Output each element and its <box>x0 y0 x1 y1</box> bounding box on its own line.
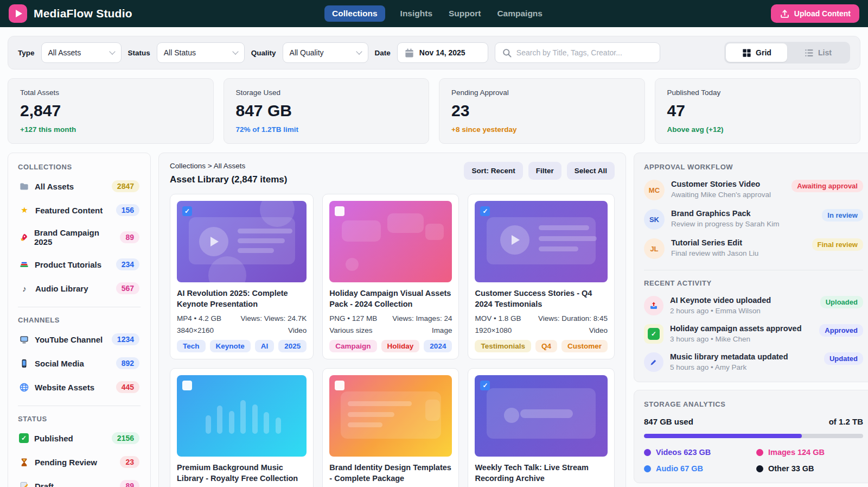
asset-type: Image <box>432 326 452 334</box>
stat-published-today: Published Today 47 Above avg (+12) <box>655 78 861 144</box>
tag[interactable]: Tech <box>177 340 206 352</box>
asset-checkbox[interactable] <box>480 206 490 216</box>
grid-view-button[interactable]: Grid <box>726 43 787 62</box>
sidebar-item-all-assets[interactable]: All Assets 2847 <box>18 174 141 198</box>
sidebar-item-product-tutorials[interactable]: Product Tutorials 234 <box>18 252 141 276</box>
top-navbar: MediaFlow Studio Collections Insights Su… <box>0 0 868 27</box>
activity-item[interactable]: AI Keynote video uploaded 2 hours ago • … <box>644 296 863 315</box>
tag[interactable]: 2024 <box>424 340 452 352</box>
asset-checkbox[interactable] <box>182 381 192 390</box>
tag[interactable]: Keynote <box>210 340 251 352</box>
count-badge: 2156 <box>112 432 139 444</box>
legend-images: Images 124 GB <box>756 448 863 457</box>
tag[interactable]: Holiday <box>381 340 420 352</box>
asset-type: Video <box>589 326 608 334</box>
nav-tab-collections[interactable]: Collections <box>324 5 385 22</box>
play-icon <box>500 225 529 255</box>
divider <box>18 307 141 307</box>
images-dot-icon <box>756 449 763 456</box>
activity-item[interactable]: Music library metadata updated 5 hours a… <box>644 352 863 372</box>
status-badge: Awaiting approval <box>792 180 863 192</box>
list-view-button[interactable]: List <box>787 43 848 62</box>
search-input[interactable] <box>516 48 653 57</box>
channels-section-title: CHANNELS <box>18 316 141 324</box>
page-title: Asset Library (2,847 items) <box>170 174 287 185</box>
books-icon <box>19 260 29 270</box>
asset-grid: AI Revolution 2025: Complete Keynote Pre… <box>170 194 615 487</box>
status-badge: Approved <box>819 324 863 337</box>
asset-resolution: Various sizes <box>329 326 372 334</box>
tag[interactable]: Campaign <box>329 340 376 352</box>
type-filter-label: Type <box>18 49 35 57</box>
audio-thumbnail <box>177 375 307 457</box>
count-badge: 234 <box>116 258 139 270</box>
stat-value: 847 GB <box>236 102 417 120</box>
sidebar-item-social-media[interactable]: Social Media 892 <box>18 351 141 375</box>
tag[interactable]: 2025 <box>278 340 307 352</box>
asset-title: Brand Identity Design Templates - Comple… <box>329 463 452 484</box>
count-badge: 567 <box>116 282 139 294</box>
activity-item[interactable]: ✓ Holiday campaign assets approved 3 hou… <box>644 324 863 344</box>
type-filter-select[interactable]: All Assets <box>41 42 122 63</box>
asset-title: Holiday Campaign Visual Assets Pack - 20… <box>329 288 452 309</box>
nav-tab-insights[interactable]: Insights <box>399 5 433 22</box>
filter-button[interactable]: Filter <box>528 162 561 180</box>
asset-checkbox[interactable] <box>480 381 490 390</box>
tag[interactable]: Testimonials <box>475 340 531 352</box>
asset-card[interactable]: Weekly Tech Talk: Live Stream Recording … <box>468 368 615 487</box>
status-badge: In review <box>822 209 863 222</box>
asset-resolution: 3840×2160 <box>177 326 214 334</box>
tag[interactable]: Customer <box>561 340 608 352</box>
status-filter-select[interactable]: All Status <box>157 42 245 63</box>
asset-card[interactable]: Premium Background Music Library - Royal… <box>170 368 314 487</box>
sidebar-item-website-assets[interactable]: Website Assets 445 <box>18 375 141 399</box>
tag[interactable]: AI <box>255 340 275 352</box>
list-icon <box>804 48 814 58</box>
approval-workflow-card: APPROVAL WORKFLOW MC Customer Stories Vi… <box>634 153 868 382</box>
approval-item[interactable]: MC Customer Stories Video Awaiting Mike … <box>644 180 863 200</box>
asset-card[interactable]: Customer Success Stories - Q4 2024 Testi… <box>468 194 615 359</box>
recent-activity-title: RECENT ACTIVITY <box>644 279 863 287</box>
upload-content-button[interactable]: Upload Content <box>771 4 859 23</box>
stat-value: 47 <box>667 102 848 120</box>
chevron-down-icon <box>109 48 115 54</box>
asset-card[interactable]: Holiday Campaign Visual Assets Pack - 20… <box>322 194 459 359</box>
sidebar-item-audio-library[interactable]: ♪ Audio Library 567 <box>18 276 141 300</box>
nav-tab-support[interactable]: Support <box>448 5 482 22</box>
tag[interactable]: Q4 <box>535 340 557 352</box>
sidebar-item-draft[interactable]: Draft 89 <box>18 474 141 487</box>
asset-format-size: MOV • 1.8 GB <box>475 314 521 322</box>
asset-tags: Testimonials Q4 Customer <box>475 340 608 352</box>
nav-tab-campaigns[interactable]: Campaigns <box>496 5 544 22</box>
asset-title: AI Revolution 2025: Complete Keynote Pre… <box>177 288 307 309</box>
asset-checkbox[interactable] <box>182 206 192 216</box>
asset-tags: Campaign Holiday 2024 <box>329 340 452 352</box>
quality-filter-select[interactable]: All Quality <box>283 42 368 63</box>
status-section-title: STATUS <box>18 415 141 423</box>
select-all-button[interactable]: Select All <box>567 162 615 180</box>
sidebar-item-pending-review[interactable]: Pending Review 23 <box>18 450 141 474</box>
asset-card[interactable]: AI Revolution 2025: Complete Keynote Pre… <box>170 194 314 359</box>
asset-card[interactable]: Brand Identity Design Templates - Comple… <box>322 368 459 487</box>
grid-icon <box>742 48 752 58</box>
count-badge: 892 <box>116 357 139 369</box>
divider <box>644 270 863 270</box>
asset-type: Video <box>288 326 307 334</box>
sidebar-item-featured-content[interactable]: ★ Featured Content 156 <box>18 198 141 222</box>
asset-tags: Tech Keynote AI 2025 <box>177 340 307 352</box>
storage-limit-label: of 1.2 TB <box>829 417 863 426</box>
divider <box>18 406 141 406</box>
sidebar-item-published[interactable]: ✓ Published 2156 <box>18 426 141 450</box>
sort-button[interactable]: Sort: Recent <box>464 162 522 180</box>
asset-checkbox[interactable] <box>335 206 344 216</box>
approval-item[interactable]: JL Tutorial Series Edit Final review wit… <box>644 238 863 259</box>
sidebar-item-brand-campaign[interactable]: Brand Campaign 2025 89 <box>18 222 141 252</box>
asset-checkbox[interactable] <box>335 381 344 390</box>
hourglass-icon <box>19 457 29 467</box>
date-picker[interactable]: Nov 14, 2025 <box>397 42 488 63</box>
filter-toolbar: Type All Assets Status All Status Qualit… <box>8 36 860 69</box>
sidebar-item-youtube-channel[interactable]: YouTube Channel 1234 <box>18 327 141 351</box>
collections-section-title: COLLECTIONS <box>18 163 141 171</box>
approval-item[interactable]: SK Brand Graphics Pack Review in progres… <box>644 209 863 230</box>
other-dot-icon <box>756 465 763 472</box>
